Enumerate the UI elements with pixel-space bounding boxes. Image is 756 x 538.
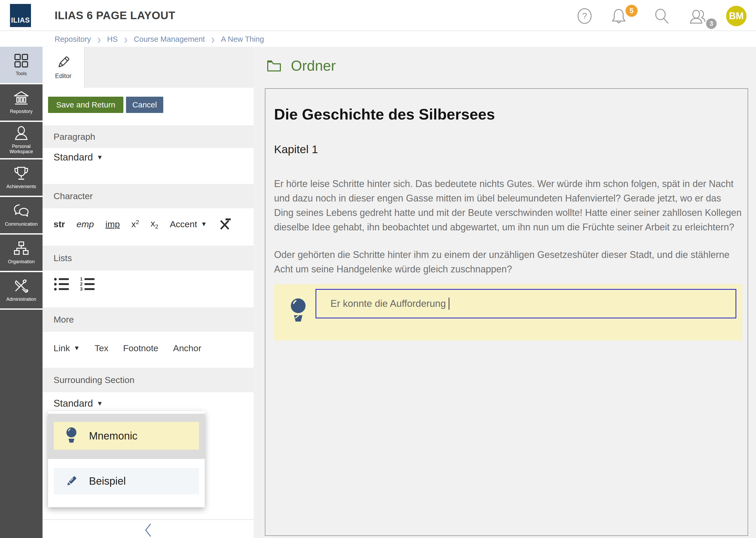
page-title: ILIAS 6 PAGE LAYOUT (55, 0, 175, 31)
strong-format-button[interactable]: str (54, 219, 65, 229)
breadcrumb-separator-icon: › (124, 34, 127, 44)
notification-count-badge[interactable]: 5 (626, 5, 638, 17)
lightbulb-icon (290, 298, 306, 325)
subscript-button[interactable]: x2 (151, 218, 158, 230)
important-format-button[interactable]: imp (106, 219, 120, 229)
footnote-button[interactable]: Footnote (123, 343, 158, 353)
superscript-button[interactable]: x2 (131, 219, 139, 229)
sidebar-item-achievements[interactable]: Achievements (0, 159, 42, 196)
user-avatar[interactable]: BM (726, 6, 746, 26)
trophy-icon (13, 166, 29, 181)
sidebar-item-communication[interactable]: Communication (0, 197, 42, 233)
mnemonic-section: Er konnte die Aufforderung (274, 284, 742, 341)
section-header-more: More (42, 307, 254, 332)
section-header-lists: Lists (42, 245, 254, 271)
surrounding-style-dropdown-menu: Mnemonic Beispiel (48, 411, 205, 507)
article-chapter-heading: Kapitel 1 (274, 142, 742, 156)
breadcrumb-hs[interactable]: HS (107, 35, 118, 44)
bullet-list-icon[interactable] (54, 277, 70, 292)
svg-text:3: 3 (80, 287, 82, 292)
sidebar-item-organisation[interactable]: Organisation (0, 235, 42, 271)
chevron-left-icon (144, 523, 152, 537)
chevron-down-icon: ▼ (97, 154, 103, 161)
save-and-return-button[interactable]: Save and Return (48, 97, 123, 113)
text-cursor (449, 297, 449, 310)
top-header-bar: ILIAS ILIAS 6 PAGE LAYOUT ? 5 3 BM (0, 0, 756, 31)
sidebar-item-tools[interactable]: Tools (0, 47, 42, 83)
mnemonic-text-input[interactable]: Er konnte die Aufforderung (315, 289, 736, 318)
object-header: Ordner (267, 57, 336, 74)
online-users-icon[interactable] (688, 8, 708, 25)
object-title: Ordner (291, 57, 336, 74)
chevron-down-icon: ▼ (97, 400, 103, 407)
grid-icon (14, 54, 29, 68)
mnemonic-input-value: Er konnte die Aufforderung (330, 298, 446, 309)
pencil-icon (66, 473, 77, 489)
main-nav-sidebar: Tools Repository Personal Workspace Achi… (0, 47, 42, 538)
notifications-bell-icon[interactable] (611, 8, 627, 25)
dropdown-option-beispiel[interactable]: Beispiel (54, 468, 199, 494)
surrounding-style-dropdown[interactable]: Standard▼ (54, 398, 103, 409)
svg-text:2: 2 (80, 282, 82, 287)
article-title: Die Geschichte des Silbersees (274, 105, 742, 124)
svg-text:?: ? (582, 11, 587, 21)
breadcrumb-separator-icon: › (97, 34, 101, 44)
article-paragraph: Er hörte leise Schritte hinter sich. Das… (274, 177, 742, 234)
svg-text:1: 1 (80, 277, 82, 282)
chevron-down-icon: ▼ (201, 220, 207, 228)
breadcrumb-a-new-thing[interactable]: A New Thing (221, 35, 264, 44)
section-header-surrounding-section: Surrounding Section (42, 368, 254, 392)
online-users-count-badge[interactable]: 3 (706, 19, 717, 29)
bank-icon (13, 91, 29, 106)
tex-button[interactable]: Tex (95, 343, 109, 353)
panel-divider (42, 519, 254, 520)
content-area: Ordner Die Geschichte des Silbersees Kap… (254, 47, 756, 538)
search-icon[interactable] (654, 8, 670, 25)
paragraph-style-dropdown[interactable]: Standard▼ (54, 152, 103, 163)
help-icon[interactable]: ? (577, 8, 592, 24)
tools-crossed-icon (13, 279, 29, 294)
page-editor-canvas[interactable]: Die Geschichte des Silbersees Kapitel 1 … (265, 88, 748, 536)
sidebar-item-personal-workspace[interactable]: Personal Workspace (0, 122, 42, 158)
chevron-down-icon: ▼ (73, 345, 80, 352)
link-dropdown[interactable]: Link▼ (54, 343, 80, 353)
tab-editor[interactable]: Editor (42, 47, 84, 88)
person-icon (13, 126, 29, 140)
article-paragraph: Oder gehörten die Schritte hinter ihm zu… (274, 247, 742, 276)
sidebar-item-repository[interactable]: Repository (0, 84, 42, 121)
editor-tool-panel: Editor Save and Return Cancel Paragraph … (42, 47, 254, 538)
section-header-paragraph: Paragraph (42, 125, 254, 148)
folder-icon (267, 59, 281, 72)
anchor-button[interactable]: Anchor (173, 343, 201, 353)
chat-bubbles-icon (13, 204, 30, 218)
numbered-list-icon[interactable]: 1 2 3 (79, 277, 96, 292)
breadcrumb-repository[interactable]: Repository (55, 35, 91, 44)
emphasis-format-button[interactable]: emp (76, 219, 94, 229)
section-header-character: Character (42, 184, 254, 208)
editor-tabstrip: Editor (42, 47, 254, 88)
sidebar-filler (0, 310, 42, 538)
collapse-panel-button[interactable] (140, 522, 156, 538)
org-chart-icon (13, 241, 29, 256)
clear-formatting-icon[interactable] (219, 218, 231, 230)
breadcrumb-course-management[interactable]: Course Management (134, 35, 205, 44)
ilias-logo[interactable]: ILIAS (10, 4, 31, 27)
breadcrumb-separator-icon: › (211, 34, 214, 44)
dropdown-option-mnemonic[interactable]: Mnemonic (54, 422, 199, 450)
pencil-icon (56, 55, 71, 70)
sidebar-item-administration[interactable]: Administration (0, 272, 42, 308)
breadcrumb: Repository › HS › Course Management › A … (0, 31, 756, 47)
dropdown-option-hover: Mnemonic (48, 414, 205, 459)
cancel-button[interactable]: Cancel (126, 97, 163, 113)
accent-dropdown[interactable]: Accent▼ (170, 219, 207, 229)
lightbulb-icon (66, 427, 77, 445)
